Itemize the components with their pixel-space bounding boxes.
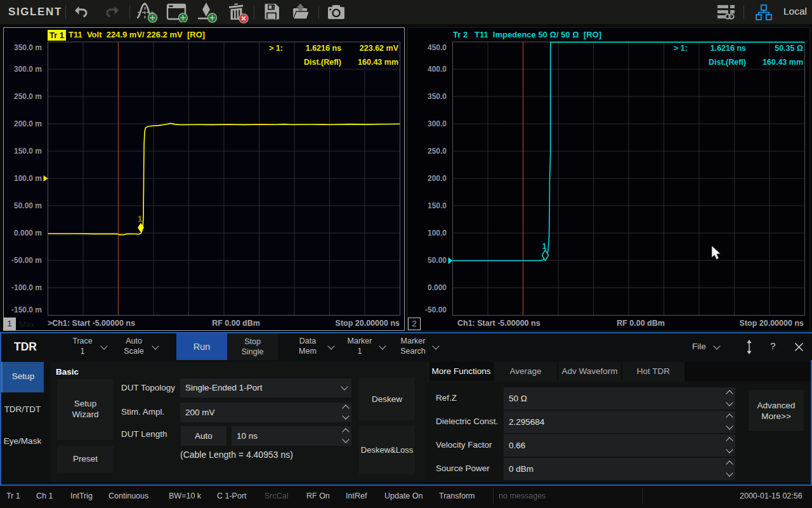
svg-text:1: 1 (138, 214, 142, 224)
svg-text:1: 1 (542, 241, 546, 251)
